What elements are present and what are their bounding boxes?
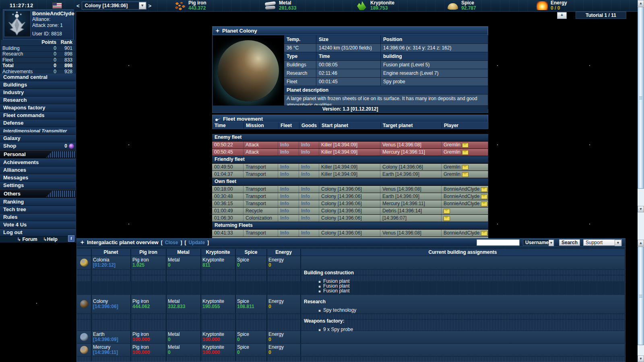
sidebar: BonnieAndClyde Alliance: Attack zone: 1 …: [0, 11, 76, 243]
planet-icon: [80, 333, 88, 341]
sidebar-item-galaxy[interactable]: Galaxy: [0, 135, 76, 142]
mail-icon[interactable]: [444, 209, 450, 214]
fleet-info-link[interactable]: Info: [280, 149, 289, 156]
sidebar-item-defense[interactable]: Defense: [0, 119, 76, 127]
spacer-cell: [91, 270, 131, 275]
fleet-info-link[interactable]: Info: [280, 164, 289, 171]
planet-selector[interactable]: Colony [14:396:06] ▼: [82, 2, 147, 10]
mail-icon[interactable]: [481, 202, 487, 206]
fleet-time: 01:00:49: [212, 208, 244, 214]
scroll-thumb[interactable]: [638, 7, 644, 189]
mail-icon[interactable]: [481, 187, 487, 192]
update-link[interactable]: Update: [188, 240, 205, 245]
sidebar-item-fleet-commands[interactable]: Fleet commands: [0, 112, 76, 119]
planet-name-cell[interactable]: Mercury[14:396:11]: [91, 344, 131, 356]
sidebar-item-interdimensional-transmitter[interactable]: Interdimensional Transmitter: [0, 127, 76, 135]
search-input[interactable]: [477, 239, 520, 246]
scroll-up-button[interactable]: ▲: [638, 240, 644, 246]
support-dropdown-icon[interactable]: ▼: [615, 240, 621, 246]
fleet-info-link[interactable]: Info: [280, 230, 289, 237]
mail-icon[interactable]: [462, 172, 469, 177]
goods-info-cell: Info: [299, 208, 319, 214]
temp-value: 36 °C: [284, 44, 316, 52]
sidebar-item-messages[interactable]: Messages: [0, 174, 76, 182]
sidebar-item-label: Ranking: [3, 198, 24, 206]
planet-name-cell[interactable]: Colony[14:396:06]: [91, 295, 131, 313]
username-dropdown-icon[interactable]: ▼: [549, 240, 554, 246]
fleet-info-cell: Info: [278, 208, 299, 214]
sidebar-item-vote-4-us[interactable]: Vote 4 Us: [0, 221, 76, 229]
bracket: ]: [207, 240, 209, 245]
planet-selector-dropdown-icon[interactable]: ▼: [139, 2, 146, 9]
sidebar-item-research[interactable]: Research: [0, 97, 76, 104]
sidebar-item-alliances[interactable]: Alliances: [0, 167, 76, 174]
scroll-down-button[interactable]: ▼: [638, 206, 644, 212]
fleet-mission: Transport: [244, 186, 278, 193]
sidebar-item-achievements[interactable]: Achievements: [0, 159, 76, 167]
mail-icon[interactable]: [481, 231, 487, 236]
spacer-cell: [91, 320, 131, 330]
planet-name-cell[interactable]: Earth[14:396:09]: [91, 331, 131, 343]
username-select[interactable]: Username ▼: [523, 239, 554, 246]
goods-info-link[interactable]: Info: [301, 142, 310, 148]
goods-info-link[interactable]: Info: [301, 171, 310, 178]
fleet-info-link[interactable]: Info: [280, 193, 289, 200]
planet-name-cell[interactable]: Colonia[01:20:12]: [91, 256, 131, 269]
scroll-up-button[interactable]: ▲: [638, 0, 644, 6]
sidebar-item-industry[interactable]: Industry: [0, 89, 76, 97]
goods-info-link[interactable]: Info: [301, 215, 310, 222]
mail-icon[interactable]: [462, 150, 469, 155]
mail-icon[interactable]: [462, 165, 469, 170]
goods-info-link[interactable]: Info: [301, 200, 310, 207]
tutorial-badge[interactable]: Tutorial 1 / 11: [576, 12, 626, 19]
support-select[interactable]: Support ▼: [583, 239, 622, 246]
goods-info-link[interactable]: Info: [301, 186, 310, 193]
goods-info-link[interactable]: Info: [301, 230, 310, 237]
planet-row-earth[interactable]: Earth[14:396:09]Pig iron100.000Metal0Kry…: [77, 331, 625, 343]
sidebar-item-tech-tree[interactable]: Tech tree: [0, 206, 76, 214]
sidebar-item-shop[interactable]: Shop0: [0, 142, 76, 150]
goods-info-link[interactable]: Info: [301, 164, 310, 171]
planet-coord: [14:396:11]: [93, 350, 129, 355]
goods-info-link[interactable]: Info: [301, 193, 310, 200]
fleet-info-link[interactable]: Info: [280, 215, 289, 222]
help-link[interactable]: ↳Help: [43, 237, 58, 242]
planet-next-button[interactable]: >: [149, 3, 152, 9]
sidebar-item-ranking[interactable]: Ranking: [0, 198, 76, 206]
fleet-info-link[interactable]: Info: [280, 171, 289, 178]
search-button[interactable]: Search: [559, 239, 580, 246]
resource-value: 92.787: [461, 6, 476, 11]
mail-icon[interactable]: [481, 194, 487, 199]
column-divider: [301, 249, 301, 361]
scroll-down-button[interactable]: ▼: [638, 356, 644, 362]
planet-row-colonia[interactable]: Colonia[01:20:12]Pig iron1.025Metal0Kryp…: [77, 256, 625, 269]
mail-icon[interactable]: [444, 216, 450, 221]
spacer-cell: [166, 357, 201, 362]
fleet-info-link[interactable]: Info: [280, 200, 289, 207]
expand-button[interactable]: +: [557, 12, 567, 19]
goods-info-link[interactable]: Info: [301, 149, 310, 156]
sidebar-item-rules[interactable]: Rules: [0, 214, 76, 221]
fleet-info-link[interactable]: Info: [280, 208, 289, 214]
fleet-info-link[interactable]: Info: [280, 186, 289, 193]
goods-info-link[interactable]: Info: [301, 208, 310, 214]
fleet-info-link[interactable]: Info: [280, 142, 289, 148]
scroll-thumb[interactable]: [638, 247, 644, 345]
resource-amount: 0: [237, 337, 265, 342]
stats-rank: 833: [58, 58, 74, 63]
forum-link[interactable]: ↳ Forum: [17, 237, 37, 242]
overview-panel: Intergalactic planet overview [Close] [U…: [76, 238, 625, 362]
facebook-icon[interactable]: f: [68, 235, 74, 242]
start-planet: Killer [14:394:09]: [319, 149, 380, 156]
sidebar-item-buildings[interactable]: Buildings: [0, 81, 76, 89]
planet-row-mercury[interactable]: Mercury[14:396:11]Pig iron100.000Metal0K…: [77, 344, 625, 356]
close-link[interactable]: Close: [165, 240, 178, 245]
mail-icon[interactable]: [462, 143, 469, 148]
sidebar-item-command-central[interactable]: Command central: [0, 74, 76, 81]
stats-rank: 898: [58, 51, 74, 57]
planet-globe: [218, 40, 279, 101]
spacer-cell: [91, 314, 131, 319]
planet-prev-button[interactable]: <: [76, 3, 80, 9]
sidebar-item-weapons-factory[interactable]: Weapons factory: [0, 104, 76, 112]
sidebar-item-settings[interactable]: Settings: [0, 182, 76, 189]
